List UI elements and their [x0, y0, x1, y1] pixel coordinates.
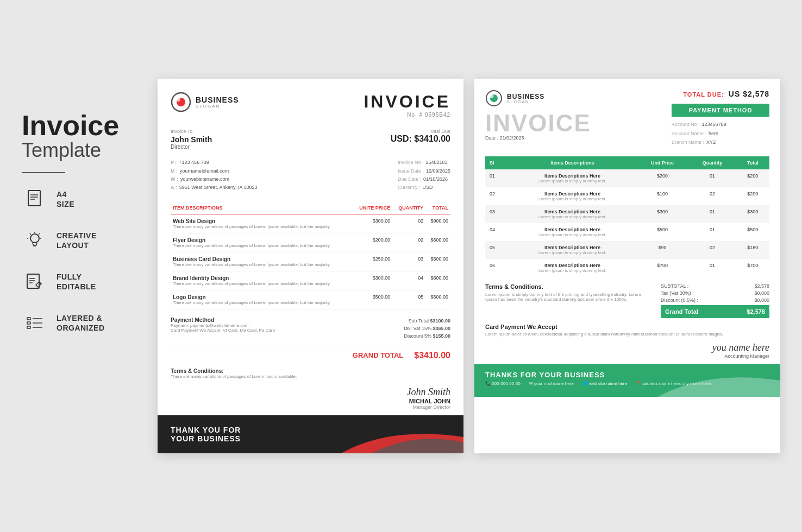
lightbulb-icon [22, 227, 48, 254]
item2-total-cell: $300 [736, 205, 769, 223]
footer2-text: Thanks For Your Business [485, 371, 769, 379]
item2-desc-cell: Items Descriptions Here Lorem ipsum is s… [509, 187, 636, 205]
subtotal-val: $2,578 [754, 283, 769, 289]
contact-address: A :5951 West Street, Ankeny, IA 50023 [171, 183, 257, 192]
payment-method-bar: PAYMENT METHOD [672, 104, 769, 117]
due-date: Due Date :01/10/2026 [398, 175, 450, 183]
table-row: Business Card Design There are many vari… [171, 252, 450, 271]
list-icon [22, 310, 48, 336]
bill-to-name: John Smith [171, 135, 212, 144]
table-row: 02 Items Descriptions Here Lorem ipsum i… [485, 187, 769, 205]
svg-line-10 [30, 233, 31, 235]
inv2-header: BUSINESS SLOGAN INVOICE Date : 21/02/202… [485, 90, 769, 152]
item2-total-cell: $200 [736, 187, 769, 205]
invoice-body-2: BUSINESS SLOGAN INVOICE Date : 21/02/202… [474, 79, 780, 359]
signature-name: MICHAL JOHN [171, 398, 450, 404]
contact-phone: P :+123 456 789 [171, 159, 257, 167]
inv1-contact: P :+123 456 789 M :yourname@email.com W … [171, 159, 450, 192]
contact-left: P :+123 456 789 M :yourname@email.com W … [171, 159, 257, 192]
inv2-title-block: INVOICE Date : 21/02/2025 [485, 111, 591, 141]
item2-desc-cell: Items Descriptions Here Lorem ipsum is s… [509, 259, 636, 277]
inv1-bill-to-left: Invoice To John Smith Director [171, 129, 212, 150]
item-price-cell: $250.00 [353, 252, 392, 271]
signature-cursive: John Smith [171, 387, 450, 398]
edit-icon [22, 269, 48, 295]
signature2-cursive: you name here [485, 342, 769, 353]
th-total: TOTAL [425, 202, 450, 214]
grand-total-amount: $3410.00 [414, 351, 450, 360]
item2-price-cell: $500 [636, 223, 689, 241]
discount-label: Discount (0.5%) : [661, 297, 698, 303]
item2-desc-cell: Items Descriptions Here Lorem ipsum is s… [509, 241, 636, 259]
grand-total-val-2: $2,578 [747, 308, 765, 315]
item-qty-cell: 02 [392, 214, 425, 233]
item2-desc-cell: Items Descriptions Here Lorem ipsum is s… [509, 205, 636, 223]
document-icon [22, 186, 48, 212]
inv1-payment-left: Payment Method Payment: payments@website… [171, 317, 275, 333]
inv2-table: Sl Items Descriptions Unit Price Quantit… [485, 156, 769, 277]
terms2-text: Lorem ipsum is simply dummy text of the … [485, 292, 652, 302]
item2-qty-cell: 01 [688, 259, 736, 277]
item-desc-cell: Business Card Design There are many vari… [171, 252, 353, 271]
terms-title: Terms & Conditions: [171, 368, 450, 374]
feature-layered-text: LAYERED &ORGANIZED [57, 313, 105, 333]
feature-creative: CREATIVELAYOUT [22, 227, 141, 254]
item2-qty-cell: 01 [688, 169, 736, 187]
inv2-left-header: BUSINESS SLOGAN INVOICE Date : 21/02/202… [485, 90, 591, 143]
item-qty-cell: 03 [392, 252, 425, 271]
inv2-totals: SUBTOTAL : $2,578 Tax (Vat 00%) : $0,000… [661, 283, 769, 318]
tax: Tax: Vat 15% $465.00 [403, 325, 450, 332]
inv1-title-block: INVOICE No. # 0595B42 [364, 92, 450, 118]
page-wrapper: Invoice Template A4Size [22, 79, 780, 453]
item2-price-cell: $200 [636, 169, 689, 187]
item-total-cell: $500.00 [425, 290, 450, 309]
brand-icon-1 [171, 92, 191, 112]
footer-email: ✉ your mail name here [529, 381, 574, 386]
inv2-invoice-title: INVOICE [485, 111, 591, 135]
brand-icon-2 [485, 90, 503, 107]
sidebar-divider [22, 172, 65, 173]
card-text: Card Payment We Accept: VI Card, Ma Card… [171, 328, 275, 333]
inv1-payment-section: Payment Method Payment: payments@website… [171, 317, 450, 340]
terms-text: There are many variations of passages of… [171, 374, 450, 379]
payment-title: Payment Method [171, 317, 275, 323]
inv2-card-payment: Card Payment We Accept Lorem ipsum dolor… [485, 324, 769, 337]
th-item: ITEM DESCRIPTIONS [171, 202, 353, 214]
inv1-title: INVOICE [364, 92, 450, 112]
invoice-card-2: BUSINESS SLOGAN INVOICE Date : 21/02/202… [474, 79, 780, 453]
brand-logo-2: BUSINESS SLOGAN [485, 90, 591, 107]
currency: Currency :USD [398, 183, 450, 192]
issue-date: Issue Date :12/09/2025 [398, 167, 450, 175]
item2-desc-cell: Items Descriptions Here Lorem ipsum is s… [509, 223, 636, 241]
feature-a4-text: A4Size [57, 189, 74, 209]
item-price-cell: $200.00 [353, 233, 392, 252]
item-total-cell: $600.00 [425, 271, 450, 290]
invoices-container: BUSINESS SLOGAN INVOICE No. # 0595B42 In… [158, 79, 780, 453]
inv2-total-due: TOTAL DUE: US $2,578 [672, 90, 769, 98]
tax-row: Tax (Vat 00%) : $0,000 [661, 290, 769, 296]
inv2-summary: Terms & Conditions. Lorem ipsum is simpl… [485, 283, 769, 318]
item2-sl-cell: 01 [485, 169, 509, 187]
item-price-cell: $500.00 [353, 290, 392, 309]
subtotal-row: SUBTOTAL : $2,578 [661, 283, 769, 289]
inv1-payment-right: Sub Total $3100.00 Tax: Vat 15% $465.00 … [403, 317, 450, 340]
contact-right: Invoice No :25482103 Issue Date :12/09/2… [398, 159, 450, 192]
discount: Discount 5% $155.00 [403, 332, 450, 340]
payment-method-details: Account No :123456789 Account Name :here… [672, 120, 769, 147]
table-row: Flyer Design There are many variations o… [171, 233, 450, 252]
brand-text-1: BUSINESS SLOGAN [196, 96, 239, 109]
svg-rect-0 [28, 191, 40, 206]
item-desc-cell: Logo Design There are many variations of… [171, 290, 353, 309]
item2-sl-cell: 05 [485, 241, 509, 259]
item-desc-cell: Flyer Design There are many variations o… [171, 233, 353, 252]
item2-qty-cell: 02 [688, 241, 736, 259]
feature-layered: LAYERED &ORGANIZED [22, 310, 141, 336]
bill-to-label: Invoice To [171, 129, 212, 134]
contact-website: W :yourwebsitename.com [171, 175, 257, 183]
inv-no: Invoice No :25482103 [398, 159, 450, 167]
tax-label: Tax (Vat 00%) : [661, 290, 694, 296]
discount-row: Discount (0.5%) : $0,000 [661, 297, 769, 303]
tdu-label: TOTAL DUE: US $2,578 [672, 90, 769, 98]
sidebar-title: Invoice Template [22, 111, 141, 161]
inv1-total-due: Total Due USD: $3410.00 [391, 129, 450, 150]
